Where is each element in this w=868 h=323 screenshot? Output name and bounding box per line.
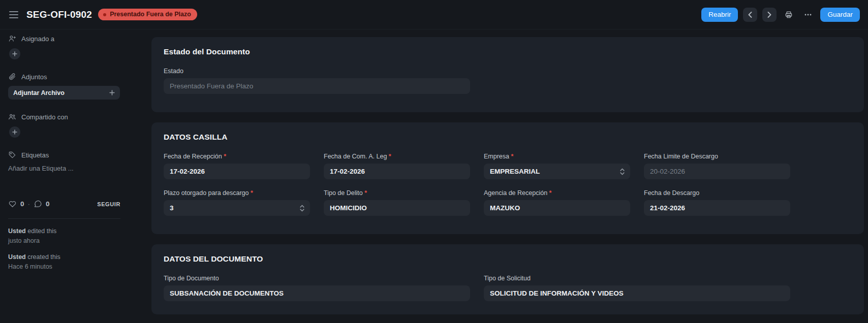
status-badge: Presentado Fuera de Plazo <box>98 9 197 20</box>
section-datos-del-documento: DATOS DEL DOCUMENTO Tipo de Documento SU… <box>151 244 864 314</box>
tipo-de-solicitud-input[interactable]: SOLICITUD DE INFORMACIÓN Y VIDEOS <box>484 285 790 301</box>
reopen-button[interactable]: Reabrir <box>701 8 738 22</box>
topbar-actions: Reabrir Guardar <box>701 8 860 22</box>
status-dot-icon <box>103 13 106 16</box>
field-label: Plazo otorgado para descargo <box>164 189 253 197</box>
activity-actor: Usted <box>8 228 26 235</box>
comment-icon[interactable] <box>34 200 42 208</box>
activity-time: justo ahora <box>8 237 120 245</box>
attach-file-label: Adjuntar Archivo <box>13 89 65 96</box>
plazo-otorgado-input[interactable]: 3 <box>164 200 310 216</box>
field-fecha-de-com-a-leg: Fecha de Com. A. Leg 17-02-2026 <box>324 153 470 179</box>
printer-icon <box>784 10 793 19</box>
field-empresa: Empresa EMPRESARIAL <box>484 153 630 179</box>
divider <box>8 218 120 219</box>
field-tipo-de-delito: Tipo de Delito HOMICIDIO <box>324 189 470 216</box>
topbar: SEG-OFI-0902 Presentado Fuera de Plazo R… <box>0 0 868 29</box>
fecha-de-com-a-leg-input[interactable]: 17-02-2026 <box>324 164 470 179</box>
field-label: Empresa <box>484 153 513 160</box>
activity-actor: Usted <box>8 253 26 261</box>
empresa-select[interactable]: EMPRESARIAL <box>484 164 630 179</box>
field-fecha-de-descargo: Fecha de Descargo 21-02-2026 <box>644 189 790 216</box>
separator: · <box>28 200 30 208</box>
fecha-de-recepcion-input[interactable]: 17-02-2026 <box>164 164 310 179</box>
likes-count: 0 <box>20 200 24 208</box>
ellipsis-icon <box>804 11 812 19</box>
comments-count: 0 <box>46 200 50 208</box>
tipo-de-delito-input[interactable]: HOMICIDIO <box>324 200 470 216</box>
paperclip-icon <box>8 73 16 81</box>
page-title: SEG-OFI-0902 <box>26 9 92 20</box>
attach-file-button[interactable]: Adjuntar Archivo <box>8 86 120 100</box>
tag-icon <box>8 151 16 159</box>
form-area: Estado del Documento Estado Presentado F… <box>142 29 868 323</box>
sidebar: Asignado a Adjuntos Adjuntar Archivo <box>0 29 142 323</box>
section-datos-casilla: DATOS CASILLA Fecha de Recepción 17-02-2… <box>151 122 864 234</box>
field-fecha-limite-de-descargo: Fecha Limite de Descargo 20-02-2026 <box>644 153 790 179</box>
section-title: DATOS CASILLA <box>164 133 852 142</box>
plus-icon <box>109 90 115 95</box>
section-title: DATOS DEL DOCUMENTO <box>164 254 852 264</box>
add-tag-input[interactable]: Añadir una Etiqueta ... <box>8 165 134 172</box>
prev-button[interactable] <box>743 8 757 22</box>
tags-section: Etiquetas Añadir una Etiqueta ... <box>8 151 134 172</box>
plus-icon <box>12 130 17 135</box>
field-fecha-de-recepcion: Fecha de Recepción 17-02-2026 <box>164 153 310 179</box>
select-caret-icon <box>619 168 625 176</box>
social-row: 0 · 0 SEGUIR <box>8 200 120 208</box>
field-estado: Estado Presentado Fuera de Plazo <box>164 68 470 94</box>
section-title: Estado del Documento <box>164 47 852 56</box>
estado-input[interactable]: Presentado Fuera de Plazo <box>164 78 470 94</box>
activity-action: created this <box>26 253 60 261</box>
activity-entry: Usted created this Hace 6 minutos <box>8 253 120 271</box>
number-stepper-icon <box>299 204 305 212</box>
field-label: Agencia de Recepción <box>484 189 551 197</box>
tags-label: Etiquetas <box>21 151 49 159</box>
field-label: Estado <box>164 68 183 75</box>
field-label: Tipo de Delito <box>324 189 367 197</box>
next-button[interactable] <box>762 8 777 22</box>
chevron-left-icon <box>748 12 752 18</box>
fecha-de-descargo-input[interactable]: 21-02-2026 <box>644 200 790 216</box>
activity-entry: Usted edited this justo ahora <box>8 227 120 245</box>
field-label: Tipo de Solicitud <box>484 275 531 282</box>
add-share-button[interactable] <box>9 126 20 138</box>
assigned-section: Asignado a <box>8 35 134 59</box>
assigned-label: Asignado a <box>21 35 54 43</box>
field-tipo-de-solicitud: Tipo de Solicitud SOLICITUD DE INFORMACI… <box>484 275 790 301</box>
status-badge-label: Presentado Fuera de Plazo <box>110 11 191 18</box>
field-label: Fecha de Com. A. Leg <box>324 153 391 160</box>
shared-label: Compartido con <box>21 113 68 121</box>
print-button[interactable] <box>782 8 796 22</box>
activity-time: Hace 6 minutos <box>8 263 120 271</box>
shared-section: Compartido con <box>8 113 134 138</box>
field-plazo-otorgado: Plazo otorgado para descargo 3 <box>164 189 310 216</box>
menu-icon[interactable] <box>8 9 19 20</box>
agencia-de-recepcion-input[interactable]: MAZUKO <box>484 200 630 216</box>
shared-users-icon <box>8 113 16 121</box>
save-button[interactable]: Guardar <box>820 8 860 22</box>
activity-action: edited this <box>26 228 56 235</box>
more-options-button[interactable] <box>801 8 815 22</box>
assign-user-icon <box>8 35 16 43</box>
plus-icon <box>12 51 17 56</box>
field-label: Fecha de Descargo <box>644 189 699 197</box>
field-label: Fecha Limite de Descargo <box>644 153 718 160</box>
field-label: Tipo de Documento <box>164 275 219 282</box>
attachments-label: Adjuntos <box>21 73 47 81</box>
heart-icon[interactable] <box>8 200 17 208</box>
section-estado-del-documento: Estado del Documento Estado Presentado F… <box>151 37 864 112</box>
chevron-right-icon <box>767 12 771 18</box>
add-assignment-button[interactable] <box>9 48 20 59</box>
attachments-section: Adjuntos Adjuntar Archivo <box>8 73 134 100</box>
follow-button[interactable]: SEGUIR <box>97 201 120 207</box>
field-tipo-de-documento: Tipo de Documento SUBSANACIÓN DE DOCUMEN… <box>164 275 470 301</box>
tipo-de-documento-input[interactable]: SUBSANACIÓN DE DOCUMENTOS <box>164 285 470 301</box>
fecha-limite-de-descargo-input[interactable]: 20-02-2026 <box>644 164 790 179</box>
field-agencia-de-recepcion: Agencia de Recepción MAZUKO <box>484 189 630 216</box>
field-label: Fecha de Recepción <box>164 153 226 160</box>
